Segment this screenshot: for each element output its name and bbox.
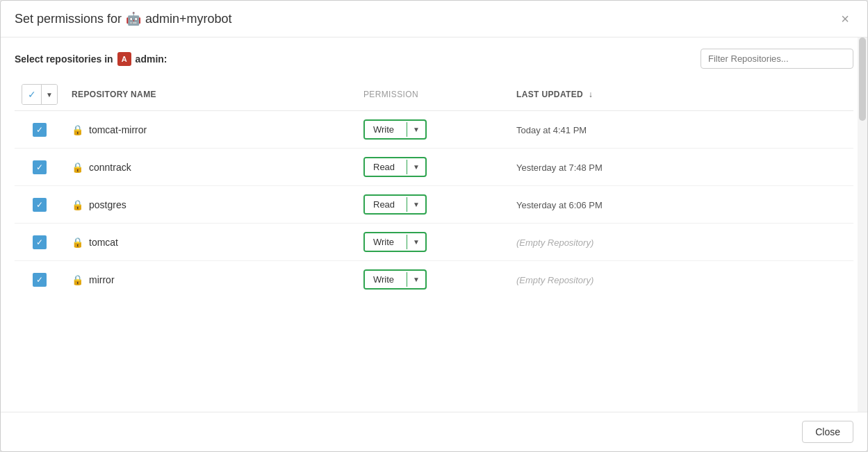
checkbox-cell: ✓ (15, 186, 65, 224)
modal-title: Set permissions for 🤖 admin+myrobot (15, 11, 232, 26)
modal-footer: Close (1, 412, 867, 451)
last-updated-text: (Empty Repository) (516, 275, 593, 285)
check-mark-icon: ✓ (36, 126, 43, 134)
sort-icon: ↓ (589, 90, 593, 99)
modal-header: Set permissions for 🤖 admin+myrobot × (1, 1, 867, 37)
permission-value: Write (365, 233, 407, 251)
modal-container: Set permissions for 🤖 admin+myrobot × Se… (0, 0, 868, 452)
last-updated-cell: Yesterday at 6:06 PM (509, 186, 853, 224)
table-row: ✓ 🔒 mirror Write ▼ (Empty Repository) (15, 261, 853, 299)
repo-name-cell: 🔒 tomcat-mirror (65, 111, 357, 149)
row-checkbox-2[interactable]: ✓ (33, 160, 47, 174)
col-permission-header: PERMISSION (357, 78, 509, 111)
permission-dropdown-icon: ▼ (407, 235, 425, 249)
checkbox-cell: ✓ (15, 261, 65, 299)
checkbox-cell: ✓ (15, 111, 65, 149)
checkbox-cell: ✓ (15, 224, 65, 261)
toolbar: Select repositories in A admin: (15, 49, 853, 69)
permission-value: Read (365, 158, 407, 176)
select-all-button[interactable]: ✓ (22, 85, 42, 104)
repo-name: 🔒 tomcat (72, 237, 350, 248)
table-row: ✓ 🔒 conntrack Read ▼ Yesterday at 7:48 P… (15, 149, 853, 186)
permission-cell: Write ▼ (357, 261, 509, 299)
permission-cell: Write ▼ (357, 111, 509, 149)
last-updated-cell: (Empty Repository) (509, 261, 853, 299)
table-header-row: ✓ ▼ REPOSITORY NAME PERMISSION LAST UPDA… (15, 78, 853, 111)
repo-table: ✓ ▼ REPOSITORY NAME PERMISSION LAST UPDA… (15, 78, 853, 298)
permission-value: Write (365, 271, 407, 288)
last-updated-text: Yesterday at 6:06 PM (516, 200, 603, 210)
modal-body: Select repositories in A admin: ✓ ▼ (1, 37, 867, 412)
repo-name-cell: 🔒 mirror (65, 261, 357, 299)
row-checkbox-3[interactable]: ✓ (33, 198, 47, 212)
permission-select-3[interactable]: Read ▼ (363, 194, 427, 215)
permission-dropdown-icon: ▼ (407, 197, 425, 212)
scrollbar-track[interactable] (858, 37, 867, 412)
last-updated-cell: (Empty Repository) (509, 224, 853, 261)
lock-icon: 🔒 (72, 199, 83, 210)
row-checkbox-4[interactable]: ✓ (33, 235, 47, 249)
row-checkbox-5[interactable]: ✓ (33, 273, 47, 287)
permission-cell: Read ▼ (357, 149, 509, 186)
lock-icon: 🔒 (72, 162, 83, 173)
permission-dropdown-icon: ▼ (407, 122, 425, 137)
last-updated-text: (Empty Repository) (516, 237, 593, 248)
permission-select-2[interactable]: Read ▼ (363, 157, 427, 177)
permission-select-5[interactable]: Write ▼ (363, 269, 427, 290)
permission-select-4[interactable]: Write ▼ (363, 232, 427, 252)
col-check-header: ✓ ▼ (15, 78, 65, 111)
permission-value: Write (365, 121, 407, 138)
last-updated-cell: Yesterday at 7:48 PM (509, 149, 853, 186)
admin-badge: A (117, 52, 131, 66)
permission-dropdown-icon: ▼ (407, 160, 425, 174)
lock-icon: 🔒 (72, 237, 83, 248)
permission-dropdown-icon: ▼ (407, 272, 425, 287)
col-updated-header: LAST UPDATED ↓ (509, 78, 853, 111)
repo-name-cell: 🔒 conntrack (65, 149, 357, 186)
repo-name-text: tomcat-mirror (89, 124, 147, 135)
repo-name: 🔒 tomcat-mirror (72, 124, 350, 135)
header-check-group[interactable]: ✓ ▼ (22, 84, 58, 105)
check-mark-icon: ✓ (36, 276, 43, 284)
repo-name-cell: 🔒 postgres (65, 186, 357, 224)
permission-cell: Write ▼ (357, 224, 509, 261)
last-updated-text: Yesterday at 7:48 PM (516, 162, 603, 173)
repo-table-body: ✓ 🔒 tomcat-mirror Write ▼ Today at 4:41 … (15, 111, 853, 299)
title-suffix: admin+myrobot (145, 12, 232, 26)
repo-name: 🔒 conntrack (72, 162, 350, 173)
permission-cell: Read ▼ (357, 186, 509, 224)
checkbox-cell: ✓ (15, 149, 65, 186)
title-prefix: Set permissions for (15, 12, 122, 26)
table-row: ✓ 🔒 postgres Read ▼ Yesterday at 6:06 PM (15, 186, 853, 224)
repo-name-text: mirror (89, 274, 115, 285)
check-mark-icon: ✓ (36, 238, 43, 246)
last-updated-cell: Today at 4:41 PM (509, 111, 853, 149)
col-name-header: REPOSITORY NAME (65, 78, 357, 111)
check-mark-icon: ✓ (36, 201, 43, 209)
table-row: ✓ 🔒 tomcat Write ▼ (Empty Repository) (15, 224, 853, 261)
permission-value: Read (365, 196, 407, 213)
close-button[interactable]: Close (802, 421, 853, 443)
repo-name-text: postgres (89, 199, 126, 210)
repo-name-cell: 🔒 tomcat (65, 224, 357, 261)
modal-close-button[interactable]: × (837, 10, 853, 27)
select-all-check-icon: ✓ (28, 89, 36, 100)
lock-icon: 🔒 (72, 274, 83, 285)
table-row: ✓ 🔒 tomcat-mirror Write ▼ Today at 4:41 … (15, 111, 853, 149)
scrollbar-thumb[interactable] (859, 37, 866, 121)
filter-input[interactable] (701, 49, 853, 69)
last-updated-text: Today at 4:41 PM (516, 125, 587, 135)
robot-icon: 🤖 (126, 11, 141, 26)
select-label-text: Select repositories in (15, 53, 113, 65)
lock-icon: 🔒 (72, 124, 83, 135)
admin-name: admin: (136, 53, 167, 65)
select-label: Select repositories in A admin: (15, 52, 167, 66)
repo-name-text: tomcat (89, 237, 118, 248)
row-checkbox-1[interactable]: ✓ (33, 123, 47, 137)
repo-name-text: conntrack (89, 162, 131, 173)
check-mark-icon: ✓ (36, 163, 43, 171)
select-all-dropdown-button[interactable]: ▼ (42, 85, 57, 104)
permission-select-1[interactable]: Write ▼ (363, 119, 427, 140)
repo-name: 🔒 postgres (72, 199, 350, 210)
repo-name: 🔒 mirror (72, 274, 350, 285)
